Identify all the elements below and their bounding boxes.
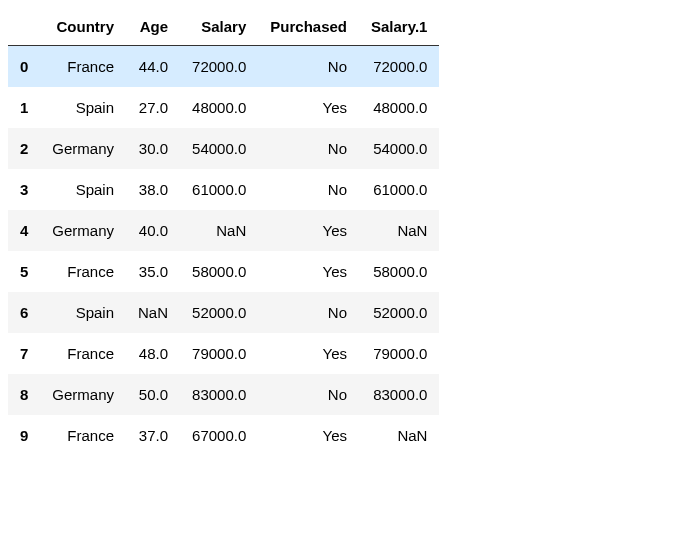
cell-country: Spain xyxy=(40,87,126,128)
cell-salary: 48000.0 xyxy=(180,87,258,128)
cell-age: 44.0 xyxy=(126,46,180,88)
cell-salary: 67000.0 xyxy=(180,415,258,456)
data-table: Country Age Salary Purchased Salary.1 0 … xyxy=(8,8,439,456)
cell-country: Germany xyxy=(40,210,126,251)
row-index: 3 xyxy=(8,169,40,210)
table-row[interactable]: 4 Germany 40.0 NaN Yes NaN xyxy=(8,210,439,251)
row-index: 5 xyxy=(8,251,40,292)
cell-age: 38.0 xyxy=(126,169,180,210)
cell-salary: 58000.0 xyxy=(180,251,258,292)
table-row[interactable]: 6 Spain NaN 52000.0 No 52000.0 xyxy=(8,292,439,333)
cell-age: 30.0 xyxy=(126,128,180,169)
header-country: Country xyxy=(40,8,126,46)
cell-salary: 54000.0 xyxy=(180,128,258,169)
cell-salary-1: 52000.0 xyxy=(359,292,439,333)
table-row[interactable]: 8 Germany 50.0 83000.0 No 83000.0 xyxy=(8,374,439,415)
cell-salary-1: NaN xyxy=(359,210,439,251)
cell-purchased: Yes xyxy=(258,415,359,456)
cell-salary: 83000.0 xyxy=(180,374,258,415)
row-index: 4 xyxy=(8,210,40,251)
cell-salary-1: 72000.0 xyxy=(359,46,439,88)
cell-purchased: Yes xyxy=(258,333,359,374)
cell-salary-1: 54000.0 xyxy=(359,128,439,169)
cell-salary-1: NaN xyxy=(359,415,439,456)
cell-country: Germany xyxy=(40,374,126,415)
cell-salary: 52000.0 xyxy=(180,292,258,333)
cell-country: Spain xyxy=(40,169,126,210)
cell-country: Germany xyxy=(40,128,126,169)
row-index: 0 xyxy=(8,46,40,88)
table-row[interactable]: 5 France 35.0 58000.0 Yes 58000.0 xyxy=(8,251,439,292)
cell-age: 40.0 xyxy=(126,210,180,251)
cell-salary: 79000.0 xyxy=(180,333,258,374)
row-index: 2 xyxy=(8,128,40,169)
cell-salary-1: 83000.0 xyxy=(359,374,439,415)
cell-age: 48.0 xyxy=(126,333,180,374)
header-salary: Salary xyxy=(180,8,258,46)
cell-salary-1: 48000.0 xyxy=(359,87,439,128)
cell-purchased: Yes xyxy=(258,87,359,128)
table-row[interactable]: 0 France 44.0 72000.0 No 72000.0 xyxy=(8,46,439,88)
cell-age: NaN xyxy=(126,292,180,333)
cell-purchased: Yes xyxy=(258,251,359,292)
cell-salary-1: 58000.0 xyxy=(359,251,439,292)
cell-country: France xyxy=(40,251,126,292)
cell-salary: NaN xyxy=(180,210,258,251)
header-age: Age xyxy=(126,8,180,46)
row-index: 8 xyxy=(8,374,40,415)
cell-purchased: Yes xyxy=(258,210,359,251)
row-index: 6 xyxy=(8,292,40,333)
cell-age: 37.0 xyxy=(126,415,180,456)
cell-purchased: No xyxy=(258,128,359,169)
header-index xyxy=(8,8,40,46)
cell-country: Spain xyxy=(40,292,126,333)
cell-age: 50.0 xyxy=(126,374,180,415)
cell-purchased: No xyxy=(258,292,359,333)
cell-purchased: No xyxy=(258,374,359,415)
table-body: 0 France 44.0 72000.0 No 72000.0 1 Spain… xyxy=(8,46,439,457)
table-row[interactable]: 7 France 48.0 79000.0 Yes 79000.0 xyxy=(8,333,439,374)
cell-age: 35.0 xyxy=(126,251,180,292)
table-row[interactable]: 2 Germany 30.0 54000.0 No 54000.0 xyxy=(8,128,439,169)
cell-purchased: No xyxy=(258,46,359,88)
cell-salary-1: 61000.0 xyxy=(359,169,439,210)
row-index: 1 xyxy=(8,87,40,128)
header-purchased: Purchased xyxy=(258,8,359,46)
table-row[interactable]: 9 France 37.0 67000.0 Yes NaN xyxy=(8,415,439,456)
cell-country: France xyxy=(40,333,126,374)
cell-country: France xyxy=(40,415,126,456)
table-row[interactable]: 1 Spain 27.0 48000.0 Yes 48000.0 xyxy=(8,87,439,128)
cell-salary: 72000.0 xyxy=(180,46,258,88)
cell-salary-1: 79000.0 xyxy=(359,333,439,374)
header-row: Country Age Salary Purchased Salary.1 xyxy=(8,8,439,46)
header-salary-1: Salary.1 xyxy=(359,8,439,46)
cell-purchased: No xyxy=(258,169,359,210)
cell-salary: 61000.0 xyxy=(180,169,258,210)
row-index: 7 xyxy=(8,333,40,374)
table-row[interactable]: 3 Spain 38.0 61000.0 No 61000.0 xyxy=(8,169,439,210)
cell-age: 27.0 xyxy=(126,87,180,128)
cell-country: France xyxy=(40,46,126,88)
row-index: 9 xyxy=(8,415,40,456)
